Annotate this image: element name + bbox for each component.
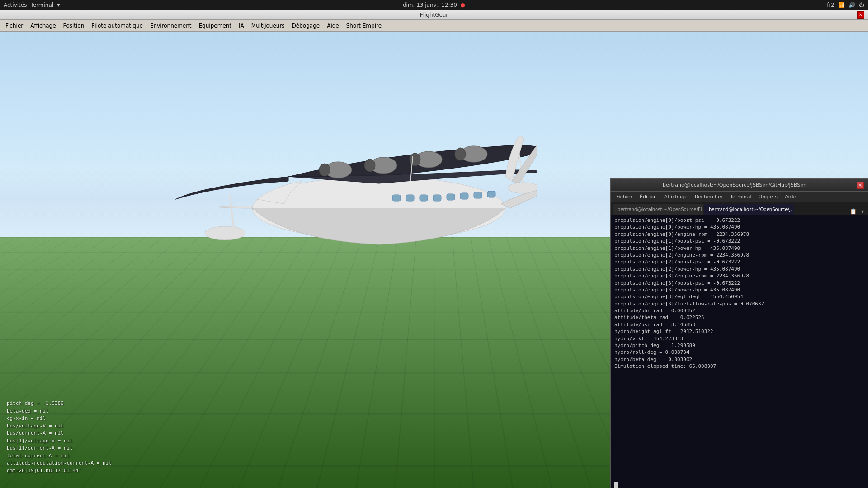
terminal-title: bertrand@localhost:~/OpenSource/JSBSim/G… [614,182,855,188]
terminal-tab-2[interactable]: bertrand@localhost:~/OpenSource/J... × [704,204,794,215]
menu-item-position[interactable]: Position [60,22,88,30]
system-bar-right: fr2 📶 🔊 ⏻ [827,2,864,8]
terminal-output-line: propulsion/engine[0]/power-hp = 435.0874… [614,224,864,230]
menu-item-affichage[interactable]: Affichage [27,22,59,30]
terminal-output-line: hydro/height-agl-ft = 2912.510322 [614,328,864,335]
fg-title: FlightGear [420,12,448,18]
svg-rect-19 [474,192,482,198]
terminal-tab-1[interactable]: bertrand@localhost:~/OpenSource/Fl... × [613,204,703,215]
terminal-output-line: propulsion/engine[2]/boost-psi = -0.6732… [614,258,864,265]
terminal-menu-aide[interactable]: Aide [781,193,799,201]
wifi-icon[interactable]: 📶 [838,2,845,8]
menu-item-fichier[interactable]: Fichier [2,22,27,30]
terminal-title-bar[interactable]: bertrand@localhost:~/OpenSource/JSBSim/G… [611,179,868,192]
terminal-tabs: bertrand@localhost:~/OpenSource/Fl... × … [611,202,868,215]
terminal-body[interactable]: propulsion/engine[0]/boost-psi = -0.6732… [611,215,868,480]
datetime-label: dim. 13 janv., 12:30 [403,2,457,8]
tab-2-label: bertrand@localhost:~/OpenSource/J... [709,207,794,212]
svg-rect-15 [420,195,428,201]
svg-rect-14 [406,195,414,201]
terminal-input-row [611,480,868,488]
menu-item-pilote-automatique[interactable]: Pilote automatique [88,22,146,30]
terminal-dropdown-icon[interactable]: ▾ [57,2,60,8]
tab-actions: 📋 ▾ [848,208,866,215]
volume-icon[interactable]: 🔊 [849,2,855,8]
system-bar-left: Activités Terminal ▾ [4,2,60,8]
tab-1-label: bertrand@localhost:~/OpenSource/Fl... [618,207,703,212]
svg-point-8 [364,159,375,172]
terminal-output-line: propulsion/engine[3]/boost-psi = -0.6732… [614,280,864,286]
power-icon[interactable]: ⏻ [859,2,864,8]
svg-rect-20 [487,191,495,197]
tab-dropdown-button[interactable]: ▾ [859,208,866,215]
terminal-output-line: propulsion/engine[1]/boost-psi = -0.6732… [614,238,864,244]
terminal-cursor [614,482,618,488]
menu-item-débogage[interactable]: Débogage [288,22,324,30]
terminal-label[interactable]: Terminal [30,2,53,8]
terminal-output-line: propulsion/engine[2]/power-hp = 435.0874… [614,266,864,272]
menu-item-aide[interactable]: Aide [323,22,343,30]
svg-point-10 [410,153,420,166]
svg-point-3 [205,226,245,240]
terminal-output-line: hydro/pitch-deg = -1.290589 [614,342,864,349]
terminal-output-line: propulsion/engine[0]/boost-psi = -0.6732… [614,217,864,224]
menu-item-environnement[interactable]: Environnement [146,22,195,30]
terminal-output-line: propulsion/engine[3]/engine-rpm = 2234.3… [614,272,864,279]
terminal-close-button[interactable]: × [857,182,864,189]
terminal-menu-fichier[interactable]: Fichier [613,193,636,201]
svg-line-1 [230,195,234,231]
terminal-output-line: attitude/psi-rad = 3.146853 [614,321,864,328]
terminal-output-line: hydro/beta-deg = -0.003002 [614,356,864,363]
svg-point-6 [319,164,330,176]
menu-item-ia[interactable]: IA [235,22,248,30]
system-bar-center: dim. 13 janv., 12:30 ● [403,2,465,8]
fg-title-bar: FlightGear × [0,10,868,20]
svg-rect-18 [460,193,468,199]
terminal-menu-rechercher[interactable]: Rechercher [691,193,726,201]
terminal-output-line: propulsion/engine[3]/fuel-flow-rate-pps … [614,300,864,307]
menu-item-multijoueurs[interactable]: Multijoueurs [248,22,288,30]
menu-item-equipement[interactable]: Equipement [195,22,236,30]
recording-dot: ● [461,2,465,8]
terminal-output-line: hydro/v-kt = 154.273813 [614,335,864,342]
fg-close-button[interactable]: × [857,11,864,19]
terminal-window: bertrand@localhost:~/OpenSource/JSBSim/G… [610,178,868,488]
terminal-menu-onglets[interactable]: Onglets [755,193,781,201]
menu-bar: FichierAffichagePositionPilote automatiq… [0,20,868,32]
lang-label[interactable]: fr2 [827,2,835,8]
svg-rect-16 [433,195,441,201]
system-bar: Activités Terminal ▾ dim. 13 janv., 12:3… [0,0,868,10]
terminal-output-line: hydro/roll-deg = 0.008734 [614,349,864,356]
menu-item-short-empire[interactable]: Short Empire [343,22,385,30]
terminal-menu-édition[interactable]: Édition [636,193,660,201]
svg-rect-13 [392,195,401,201]
terminal-output-line: attitude/theta-rad = -0.022525 [614,314,864,321]
terminal-output-line: propulsion/engine[1]/power-hp = 435.0874… [614,245,864,252]
svg-point-12 [455,148,466,160]
terminal-output-line: propulsion/engine[2]/engine-rpm = 2234.3… [614,252,864,258]
terminal-menu-affichage[interactable]: Affichage [660,193,691,201]
terminal-menu-terminal[interactable]: Terminal [726,193,755,201]
svg-rect-17 [447,194,455,200]
terminal-output-line: Simulation elapsed time: 65.008307 [614,363,864,370]
terminal-menubar: FichierÉditionAffichageRechercherTermina… [611,192,868,202]
new-tab-button[interactable]: 📋 [848,208,859,215]
terminal-output-line: attitude/phi-rad = 0.000152 [614,307,864,314]
terminal-output-line: propulsion/engine[3]/egt-degF = 1554.450… [614,293,864,300]
terminal-output-line: propulsion/engine[0]/engine-rpm = 2234.3… [614,231,864,238]
aircraft-model [130,55,537,281]
terminal-output-line: propulsion/engine[3]/power-hp = 435.0874… [614,286,864,293]
activities-label[interactable]: Activités [4,2,27,8]
